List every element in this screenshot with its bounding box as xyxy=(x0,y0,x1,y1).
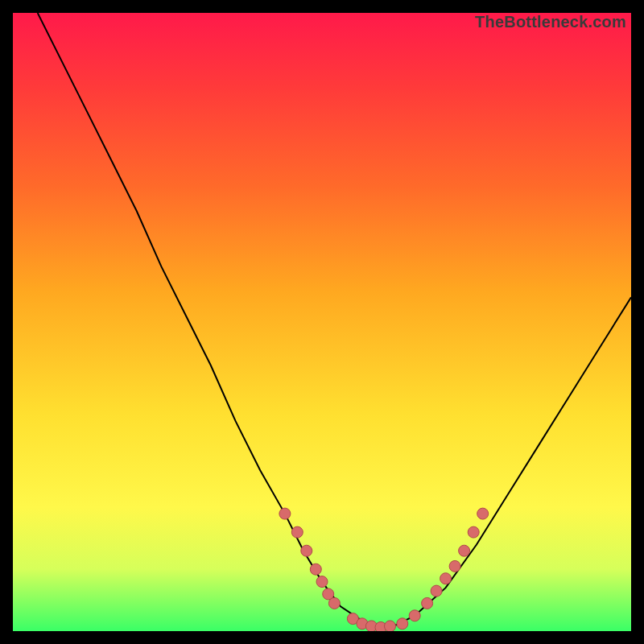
marker-dot xyxy=(310,564,321,575)
marker-dot xyxy=(301,545,312,556)
marker-dot xyxy=(449,560,460,572)
marker-dot xyxy=(477,508,489,519)
marker-dot xyxy=(459,545,470,556)
marker-dot xyxy=(422,597,433,609)
marker-dot xyxy=(316,576,328,588)
marker-dot xyxy=(409,610,420,621)
valley-markers xyxy=(279,508,489,631)
marker-dot xyxy=(397,618,408,630)
bottleneck-curve xyxy=(38,13,631,628)
marker-dot xyxy=(279,508,291,519)
plot-area: TheBottleneck.com xyxy=(13,13,631,631)
marker-dot xyxy=(440,573,452,584)
marker-dot xyxy=(468,526,479,538)
marker-dot xyxy=(291,526,303,538)
chart-overlay xyxy=(13,13,631,631)
marker-dot xyxy=(385,621,396,631)
chart-stage: TheBottleneck.com xyxy=(0,0,644,644)
marker-dot xyxy=(328,597,340,609)
marker-dot xyxy=(431,585,442,597)
